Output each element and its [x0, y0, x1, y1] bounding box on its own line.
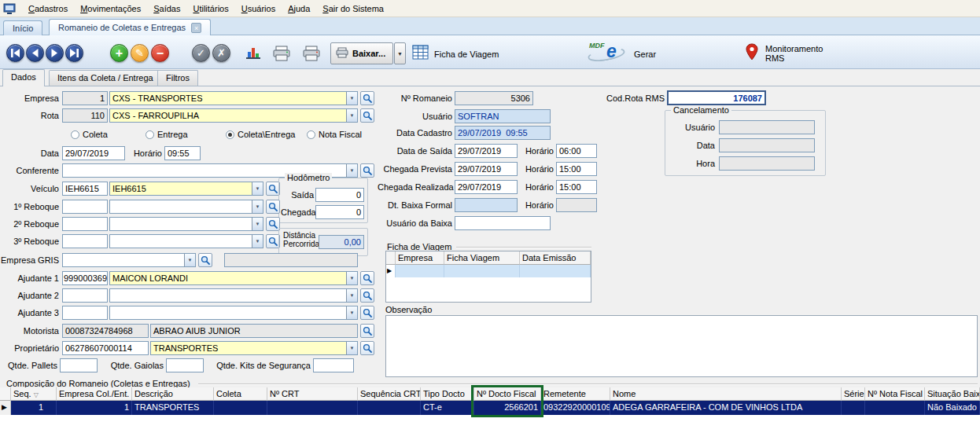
tab-itens-coleta-entrega[interactable]: Itens da Coleta / Entrega	[49, 70, 162, 86]
radio-entrega[interactable]	[146, 130, 154, 139]
ajudante3-combo[interactable]: ▼	[109, 306, 358, 320]
radio-coleta-entrega[interactable]	[226, 130, 234, 139]
tab-romaneio[interactable]: Romaneio de Coletas e Entregas ×	[49, 19, 211, 35]
chevron-down-icon[interactable]: ▼	[252, 182, 263, 195]
column-header-remetente[interactable]: Remetente	[541, 387, 610, 401]
print-setup-icon[interactable]	[302, 46, 321, 61]
column-header-nota-fiscal[interactable]: Nº Nota Fiscal	[865, 387, 925, 401]
menu-movimentacoes[interactable]: Movimentações	[74, 0, 147, 17]
radio-nota-fiscal[interactable]	[307, 130, 315, 139]
veiculo-combo[interactable]: IEH6615▼	[109, 182, 263, 196]
column-header-crt[interactable]: Nº CRT	[267, 387, 358, 401]
tab-filtros[interactable]: Filtros	[157, 70, 198, 86]
close-icon[interactable]: ×	[191, 23, 201, 33]
proprietario-combo[interactable]: TRANSPORTES▼	[150, 341, 358, 355]
qtde-gaiolas-field[interactable]	[166, 358, 204, 372]
hodometro-saida-field[interactable]: 0	[315, 188, 364, 202]
reboque2-combo[interactable]: ▼	[109, 217, 263, 231]
chegada-prevista-horario-field[interactable]: 15:00	[556, 162, 597, 176]
ficha-cell-data-emissao[interactable]	[520, 265, 591, 277]
motorista-search-icon[interactable]	[360, 324, 374, 338]
chevron-down-icon[interactable]: ▼	[346, 272, 357, 284]
prev-record-button[interactable]	[26, 44, 44, 62]
chevron-down-icon[interactable]: ▼	[252, 235, 263, 248]
menu-sair-do-sistema[interactable]: Sair do Sistema	[316, 0, 390, 17]
rota-search-icon[interactable]	[360, 108, 374, 123]
observacao-textarea[interactable]	[385, 315, 978, 377]
chevron-down-icon[interactable]: ▼	[346, 109, 357, 122]
cell-tipo-docto[interactable]: CT-e	[421, 401, 474, 415]
reboque3-combo[interactable]: ▼	[109, 234, 263, 248]
menu-saidas[interactable]: Saídas	[147, 0, 186, 17]
chevron-down-icon[interactable]: ▼	[346, 306, 357, 319]
ajudante2-combo[interactable]: ▼	[109, 288, 358, 303]
usuario-baixa-field[interactable]	[455, 216, 551, 230]
chart-icon[interactable]	[245, 46, 261, 60]
empresa-gris-search-icon[interactable]	[198, 253, 212, 267]
menu-utilitarios[interactable]: Utilitários	[186, 0, 234, 17]
cell-descricao[interactable]: TRANSPORTES	[132, 401, 214, 415]
column-header-sequencia-crt[interactable]: Sequência CRT	[358, 387, 421, 401]
chegada-realizada-horario-field[interactable]: 15:00	[556, 180, 597, 194]
reboque1-code-field[interactable]	[62, 200, 108, 214]
data-field[interactable]: 29/07/2019	[62, 146, 125, 160]
cell-seq[interactable]: 1	[11, 401, 57, 415]
ficha-header-ficha-viagem[interactable]: Ficha Viagem	[444, 251, 520, 265]
proprietario-code-field[interactable]: 06278607000114	[62, 341, 149, 355]
cell-serie[interactable]	[842, 401, 865, 415]
ficha-header-empresa[interactable]: Empresa	[396, 251, 444, 265]
ajudante1-combo[interactable]: MAICON LORANDI▼	[109, 271, 358, 285]
qtde-pallets-field[interactable]	[60, 358, 98, 372]
chevron-down-icon[interactable]: ▼	[346, 164, 357, 177]
tab-dados[interactable]: Dados	[2, 69, 45, 86]
gerar-label[interactable]: Gerar	[634, 50, 656, 59]
data-saida-field[interactable]: 29/07/2019	[455, 144, 518, 158]
rota-combo[interactable]: CXS - FARROUPILHA▼	[109, 108, 358, 123]
chevron-down-icon[interactable]: ▼	[346, 289, 357, 302]
cancel-button[interactable]: ✗	[212, 44, 230, 62]
chevron-down-icon[interactable]: ▼	[346, 342, 357, 354]
menu-ajuda[interactable]: Ajuda	[282, 0, 316, 17]
baixar-button[interactable]: Baixar...	[330, 42, 393, 64]
empresa-combo[interactable]: CXS - TRANSPORTES▼	[109, 91, 358, 105]
cod-rota-rms-field[interactable]: 176087	[667, 90, 766, 105]
column-header-tipo-docto[interactable]: Tipo Docto	[421, 387, 474, 401]
ficha-cell-empresa[interactable]	[396, 265, 444, 277]
menu-usuarios[interactable]: Usuários	[235, 0, 282, 17]
chegada-realizada-field[interactable]: 29/07/2019	[455, 180, 518, 194]
ajudante1-search-icon[interactable]	[360, 271, 374, 285]
conferente-search-icon[interactable]	[360, 163, 374, 178]
empresa-gris-combo[interactable]: ▼	[62, 253, 196, 267]
confirm-button[interactable]: ✓	[192, 44, 210, 62]
map-pin-icon[interactable]	[746, 43, 758, 61]
horario-field[interactable]: 09:55	[164, 146, 201, 160]
monitoramento-label[interactable]: Monitoramento RMS	[765, 44, 823, 63]
proprietario-search-icon[interactable]	[360, 341, 374, 355]
print-icon[interactable]	[272, 46, 291, 61]
hodometro-chegada-field[interactable]: 0	[315, 205, 364, 219]
chevron-down-icon[interactable]: ▼	[184, 254, 195, 266]
mdfe-logo[interactable]: MDF e	[586, 42, 628, 64]
delete-button[interactable]: −	[151, 44, 169, 62]
menu-cadastros[interactable]: Cadastros	[22, 0, 74, 17]
chevron-down-icon[interactable]: ▼	[252, 200, 263, 213]
veiculo-code-field[interactable]: IEH6615	[62, 182, 108, 196]
cell-nota-fiscal[interactable]	[865, 401, 925, 415]
ficha-header-data-emissao[interactable]: Data Emissão	[520, 251, 591, 265]
ficha-cell-ficha-viagem[interactable]	[444, 265, 520, 277]
column-header-serie[interactable]: Série	[842, 387, 865, 401]
last-record-button[interactable]	[65, 44, 83, 62]
ajudante2-code-field[interactable]	[62, 288, 108, 303]
first-record-button[interactable]	[6, 44, 24, 62]
column-header-nome[interactable]: Nome	[610, 387, 842, 401]
column-header-empresa[interactable]: Empresa Col./Ent.	[57, 387, 132, 401]
empresa-search-icon[interactable]	[360, 91, 374, 105]
column-header-seq[interactable]: Seq.▽	[11, 387, 57, 401]
cell-crt[interactable]	[267, 401, 358, 415]
cell-nome[interactable]: ADEGA GARRAFEIRA - COM DE VINHOS LTDA	[610, 401, 842, 415]
chevron-down-icon[interactable]: ▼	[252, 218, 263, 230]
next-record-button[interactable]	[46, 44, 64, 62]
reboque3-code-field[interactable]	[62, 234, 108, 248]
column-header-coleta[interactable]: Coleta	[214, 387, 267, 401]
add-button[interactable]: +	[110, 44, 128, 62]
